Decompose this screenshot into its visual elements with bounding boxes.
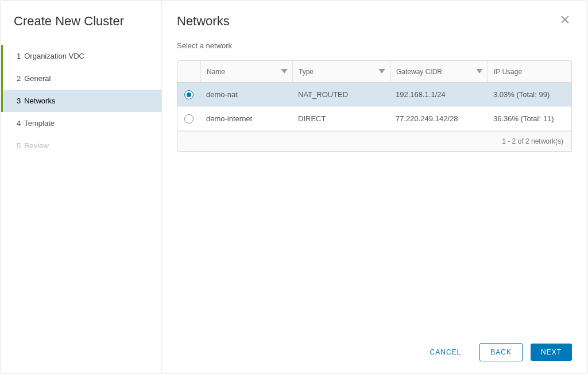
step-review: 5 Review (1, 134, 161, 157)
filter-icon[interactable] (282, 70, 287, 74)
back-button[interactable]: BACK (479, 343, 523, 361)
content-header: Networks (177, 14, 572, 29)
row-select[interactable] (177, 90, 200, 99)
col-label: Gateway CIDR (396, 68, 442, 76)
cell-name: demo-nat (200, 90, 292, 99)
step-number: 5 (17, 141, 21, 150)
step-networks[interactable]: 3 Networks (1, 90, 161, 112)
table-header: Name Type Gateway CIDR IP Usage (177, 61, 571, 83)
col-header-type[interactable]: Type (292, 61, 390, 82)
cell-gateway: 192.168.1.1/24 (390, 90, 488, 99)
create-cluster-modal: Create New Cluster 1 Organization VDC 2 … (1, 1, 587, 373)
cell-type: NAT_ROUTED (292, 90, 390, 99)
col-header-gateway[interactable]: Gateway CIDR (390, 61, 488, 82)
step-label: Review (24, 141, 49, 150)
radio-unselected-icon[interactable] (184, 114, 194, 124)
cell-type: DIRECT (292, 114, 390, 123)
page-title: Networks (177, 14, 230, 29)
step-template[interactable]: 4 Template (1, 112, 161, 134)
wizard-footer: CANCEL BACK NEXT (177, 333, 572, 373)
col-label: IP Usage (494, 68, 522, 76)
filter-icon[interactable] (477, 70, 482, 74)
networks-table: Name Type Gateway CIDR IP Usage (177, 60, 572, 152)
step-label: Template (24, 119, 55, 128)
step-number: 4 (17, 119, 21, 128)
col-label: Type (299, 68, 314, 76)
cell-name: demo-internet (200, 114, 292, 123)
step-label: Networks (24, 97, 55, 105)
table-row[interactable]: demo-internet DIRECT 77.220.249.142/28 3… (177, 107, 571, 131)
wizard-content: Networks Select a network Name Type Gate… (162, 1, 587, 373)
row-select[interactable] (177, 114, 200, 124)
cell-gateway: 77.220.249.142/28 (390, 114, 488, 123)
cancel-button[interactable]: CANCEL (420, 344, 472, 361)
filter-icon[interactable] (380, 70, 384, 74)
cell-ip-usage: 3.03% (Total: 99) (488, 90, 571, 99)
step-label: Organization VDC (24, 52, 84, 60)
table-row[interactable]: demo-nat NAT_ROUTED 192.168.1.1/24 3.03%… (177, 83, 571, 107)
step-number: 1 (17, 52, 21, 60)
next-button[interactable]: NEXT (531, 344, 572, 361)
table-footer-count: 1 - 2 of 2 network(s) (177, 131, 571, 151)
step-number: 2 (17, 74, 21, 83)
step-organization-vdc[interactable]: 1 Organization VDC (1, 45, 161, 67)
step-number: 3 (17, 97, 21, 105)
step-label: General (24, 74, 51, 83)
close-icon[interactable] (558, 14, 572, 27)
wizard-title: Create New Cluster (1, 14, 161, 45)
cell-ip-usage: 36.36% (Total: 11) (488, 114, 571, 123)
col-header-ip-usage[interactable]: IP Usage (488, 61, 571, 82)
radio-selected-icon[interactable] (184, 90, 194, 99)
step-general[interactable]: 2 General (1, 67, 161, 90)
wizard-sidebar: Create New Cluster 1 Organization VDC 2 … (1, 1, 162, 373)
col-label: Name (207, 68, 225, 76)
page-subtitle: Select a network (177, 41, 572, 50)
col-header-name[interactable]: Name (200, 61, 292, 82)
